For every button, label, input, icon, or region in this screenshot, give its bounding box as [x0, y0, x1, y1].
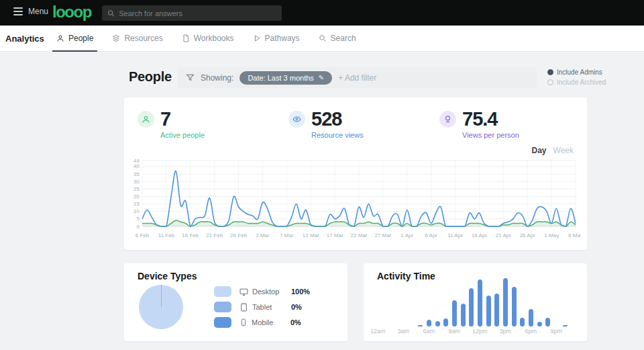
- global-search[interactable]: [102, 5, 282, 21]
- tab-search[interactable]: Search: [309, 26, 366, 52]
- legend-label: Mobile: [252, 318, 290, 326]
- svg-text:40: 40: [133, 163, 140, 169]
- activity-bar: [418, 325, 423, 326]
- axis-tick-label: 3am: [398, 328, 410, 335]
- activity-bar: [443, 318, 448, 326]
- tab-resources[interactable]: Resources: [103, 26, 172, 52]
- activity-bar: [478, 279, 482, 326]
- menu-button[interactable]: Menu: [13, 7, 48, 16]
- hamburger-icon: [13, 7, 23, 15]
- add-filter-button[interactable]: + Add filter: [338, 73, 376, 83]
- svg-text:6 Apr: 6 Apr: [425, 232, 437, 238]
- svg-text:20: 20: [133, 193, 140, 200]
- week-toggle[interactable]: Week: [553, 146, 574, 155]
- activity-bar: [529, 309, 533, 326]
- pie-slice-divider: [161, 285, 162, 307]
- svg-text:30: 30: [133, 179, 140, 185]
- date-filter-pill[interactable]: Date: Last 3 months ✎: [239, 71, 332, 85]
- legend-row: Mobile0%: [214, 317, 333, 328]
- date-filter-label: Date: Last 3 months: [248, 74, 313, 82]
- legend-value: 100%: [291, 288, 310, 296]
- stat-views-per-person: 75.4 Views per person: [439, 109, 519, 139]
- menu-label: Menu: [28, 7, 48, 16]
- device-types-card: Device Types Desktop100%Tablet0%Mobile0%: [124, 263, 347, 341]
- include-archived-toggle[interactable]: Include Archived: [547, 79, 606, 86]
- tablet-icon: [239, 303, 248, 312]
- activity-time-card: Activity Time 12am3am6am9am12pm3pm6pm9pm: [364, 263, 587, 341]
- svg-text:21 Feb: 21 Feb: [206, 232, 223, 238]
- interval-toggle: Day Week: [532, 146, 574, 155]
- axis-tick-label: 9pm: [551, 328, 563, 335]
- tab-workbooks[interactable]: Workbooks: [172, 26, 244, 52]
- pencil-icon[interactable]: ✎: [319, 74, 324, 81]
- activity-line-chart: 4440353025201510506 Feb11 Feb16 Feb21 Fe…: [127, 159, 581, 245]
- legend-swatch: [214, 317, 231, 328]
- activity-bar: [503, 278, 508, 326]
- activity-bar: [486, 296, 491, 326]
- play-icon: [253, 34, 261, 42]
- legend-row: Desktop100%: [214, 286, 333, 297]
- axis-tick-label: 6am: [423, 328, 435, 335]
- legend-label: Tablet: [252, 303, 291, 311]
- toggle-label: Include Admins: [557, 69, 602, 76]
- svg-text:21 Apr: 21 Apr: [496, 232, 511, 238]
- activity-bar: [494, 294, 499, 326]
- filter-bar: Showing: Date: Last 3 months ✎ + Add fil…: [178, 67, 537, 88]
- page-title: People: [129, 69, 172, 85]
- radio-filled-icon: [547, 69, 553, 75]
- tab-pathways[interactable]: Pathways: [244, 26, 309, 52]
- svg-text:25: 25: [133, 186, 140, 192]
- svg-text:1 May: 1 May: [544, 232, 559, 238]
- navbar-section-title: Analytics: [5, 34, 47, 44]
- svg-text:1 Apr: 1 Apr: [400, 232, 413, 238]
- tab-label: Resources: [124, 34, 162, 43]
- include-admins-toggle[interactable]: Include Admins: [547, 69, 606, 76]
- day-toggle[interactable]: Day: [532, 146, 547, 155]
- funnel-icon: [186, 73, 195, 82]
- svg-text:6 Feb: 6 Feb: [136, 232, 150, 238]
- axis-tick-label: 6pm: [525, 328, 537, 335]
- svg-text:12 Mar: 12 Mar: [303, 232, 319, 238]
- stat-active-people: 7 Active people: [138, 109, 205, 139]
- legend-value: 0%: [290, 318, 301, 326]
- svg-text:7 Mar: 7 Mar: [280, 232, 294, 238]
- eye-icon: [288, 111, 305, 128]
- activity-bar: [537, 322, 542, 326]
- radio-empty-icon: [547, 79, 553, 85]
- activity-bar: [427, 320, 431, 326]
- device-legend: Desktop100%Tablet0%Mobile0%: [214, 286, 333, 328]
- search-input[interactable]: [119, 9, 276, 17]
- svg-text:26 Apr: 26 Apr: [520, 232, 535, 238]
- activity-bar: [545, 318, 550, 326]
- document-icon: [182, 34, 190, 42]
- overview-card: 7 Active people 528 Resource views 75.4 …: [124, 97, 587, 250]
- svg-text:17 Mar: 17 Mar: [327, 232, 343, 238]
- activity-bar: [563, 325, 568, 326]
- svg-text:26 Feb: 26 Feb: [230, 232, 247, 238]
- search-icon: [319, 34, 327, 42]
- svg-text:35: 35: [133, 171, 140, 177]
- axis-tick-label: 12pm: [472, 328, 488, 335]
- tab-label: Workbooks: [194, 34, 234, 43]
- activity-axis-labels: 12am3am6am9am12pm3pm6pm9pm: [374, 328, 578, 336]
- stat-label: Resource views: [311, 131, 364, 139]
- toggle-label: Include Archived: [557, 79, 606, 86]
- legend-swatch: [214, 302, 231, 312]
- looop-logo[interactable]: looop: [52, 3, 91, 21]
- svg-text:16 Apr: 16 Apr: [472, 232, 487, 238]
- activity-bar: [520, 318, 525, 326]
- activity-bar: [469, 288, 474, 326]
- activity-bar: [512, 287, 517, 326]
- stat-value: 75.4: [462, 109, 519, 129]
- tab-people[interactable]: People: [47, 26, 103, 52]
- svg-text:11 Apr: 11 Apr: [447, 232, 463, 238]
- svg-text:22 Mar: 22 Mar: [351, 232, 368, 238]
- svg-text:27 Mar: 27 Mar: [374, 232, 391, 238]
- activity-bar: [435, 321, 440, 326]
- svg-text:5: 5: [137, 216, 140, 222]
- layers-icon: [112, 34, 120, 42]
- toggle-group: Include Admins Include Archived: [547, 69, 606, 86]
- legend-row: Tablet0%: [214, 302, 333, 312]
- stat-label: Views per person: [462, 131, 519, 139]
- stat-value: 7: [160, 109, 205, 129]
